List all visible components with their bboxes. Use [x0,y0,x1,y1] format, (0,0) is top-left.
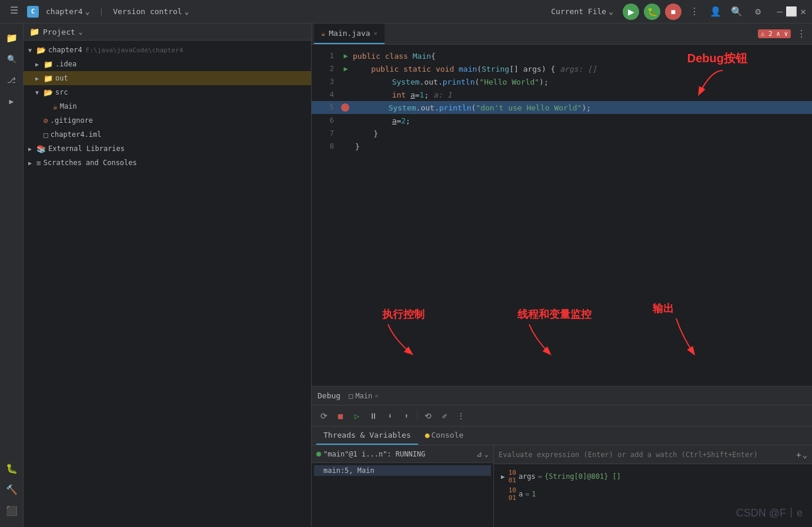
sidebar-item-run[interactable]: ▶ [2,92,21,110]
rerun-button[interactable]: ⟳ [316,408,332,424]
variable-row-a[interactable]: 1001 a = 1 [499,485,807,503]
run-config-selector[interactable]: Current File ⌄ [546,6,618,17]
tab-main-java[interactable]: ☕ Main.java ✕ [314,24,385,44]
settings-icon[interactable]: ⚙ [750,4,766,20]
version-control-chevron-icon: ⌄ [185,7,189,16]
tab-threads-variables[interactable]: Threads & Variables [316,427,418,445]
run-config-label: Current File [551,7,606,16]
more-actions-button[interactable]: ⋮ [686,4,703,20]
project-panel: 📁 Project ⌄ ▼ 📂 chapter4 F:\java\javaCod… [24,24,312,527]
var-a-value: 1 [532,490,536,498]
code-line-6: 6 a=2; [312,114,812,127]
project-panel-chevron-icon: ⌄ [79,28,83,36]
sidebar-item-project[interactable]: 📁 [2,28,21,47]
tree-item-iml[interactable]: ▶ □ chapter4.iml [24,127,311,142]
tab-console[interactable]: ● Console [418,427,471,445]
step-back-button[interactable]: ⟲ [420,408,436,424]
code-content-3: System.out.println("Hello World"); [355,78,549,86]
threads-variables-label: Threads & Variables [323,431,411,439]
code-line-3: 3 System.out.println("Hello World"); [312,75,812,88]
tree-item-root-label: chapter4 [48,46,82,54]
tree-item-iml-label: chapter4.iml [51,130,102,139]
thread-filter-icon[interactable]: ⊿ [476,450,482,458]
more-debug-button[interactable]: ⋮ [453,408,469,424]
tree-item-external-libs[interactable]: ▶ 📚 External Libraries [24,142,311,156]
stop-button[interactable]: ■ [665,4,681,20]
project-chevron-icon: ⌄ [85,7,90,16]
run-button[interactable]: ▶ [623,4,639,20]
watermark: CSDN @F丨e [736,506,803,520]
minimize-button[interactable]: — [776,8,784,16]
stop-debug-button[interactable]: ■ [333,408,348,424]
var-a-name: a [519,490,523,498]
var-args-type-icon: 1001 [509,469,516,484]
tree-item-idea[interactable]: ▶ 📁 .idea [24,57,311,71]
tab-more-icon[interactable]: ⋮ [793,26,810,42]
chevron-icon: ▼ [28,47,34,53]
hamburger-icon[interactable]: ☰ [5,1,24,20]
chevron-icon: ▶ [35,75,41,82]
tab-main-java-label: Main.java [329,29,370,38]
session-icon: □ [349,392,353,400]
maximize-button[interactable]: ⬜ [787,8,796,16]
console-label: Console [432,431,464,439]
project-name-button[interactable]: chapter4 ⌄ [42,6,93,17]
debug-arrow-2: ▶ [341,64,350,73]
stack-frame-row[interactable]: main:5, Main [314,465,491,476]
close-button[interactable]: ✕ [799,8,807,16]
step-out-button[interactable]: ⬆ [399,408,414,424]
settings-watch-icon[interactable]: ⌄ [803,450,807,459]
sidebar-item-build[interactable]: 🔨 [2,480,21,499]
code-editor[interactable]: 1 ▶ public class Main{ 2 ▶ public static… [312,45,812,386]
debug-session-tab[interactable]: □ Main ✕ [345,391,382,401]
search-icon[interactable]: 🔍 [729,4,745,20]
code-content-8: } [355,142,360,151]
line-num-3: 3 [316,78,334,86]
line-num-6: 6 [316,116,334,125]
tree-item-out[interactable]: ▶ 📁 out [24,71,311,85]
line-num-5: 5 [316,103,334,112]
window-controls: — ⬜ ✕ [776,8,807,16]
tree-item-scratches-label: Scratches and Consoles [44,159,137,167]
scratch-icon: ≡ [36,159,41,167]
line-num-1: 1 [316,52,334,60]
add-watch-icon[interactable]: + [796,450,801,459]
tree-item-root[interactable]: ▼ 📂 chapter4 F:\java\javaCode\chapter4 [24,43,311,57]
version-control-button[interactable]: Version control ⌄ [109,6,192,17]
titlebar-left: ☰ C chapter4 ⌄ | Version control ⌄ [5,1,193,22]
tree-item-gitignore[interactable]: ▶ ⊘ .gitignore [24,113,311,127]
resume-button[interactable]: ▷ [349,408,365,424]
debug-session-label: Main [355,392,372,400]
var-args-value: {String[0]@801} [] [544,472,621,481]
sidebar-item-debug[interactable]: 🐛 [2,459,21,478]
debug-arrow-8-empty [341,142,353,151]
line-num-2: 2 [316,65,334,73]
java-file-icon: ☕ [53,102,58,111]
tab-close-icon[interactable]: ✕ [374,30,377,36]
step-over-button[interactable]: ⬇ [382,408,397,424]
debug-content-tabs: Threads & Variables ● Console [312,427,812,445]
variable-row-args[interactable]: ▶ 1001 args = {String[0]@801} [] [499,468,807,485]
user-icon[interactable]: 👤 [707,4,724,20]
tree-item-scratches[interactable]: ▶ ≡ Scratches and Consoles [24,156,311,170]
var-expand-icon: ▶ [501,473,505,481]
evaluate-button[interactable]: ✐ [437,408,452,424]
code-line-8: 8 } [312,140,812,153]
sidebar-item-terminal[interactable]: ⬛ [2,501,21,520]
gitignore-icon: ⊘ [44,116,48,125]
folder-icon: 📂 [36,46,46,55]
debug-session-close-icon[interactable]: ✕ [375,392,378,399]
tab-java-icon: ☕ [321,29,325,38]
expression-input[interactable] [499,451,794,459]
pause-button[interactable]: ⏸ [366,408,381,424]
tree-item-main[interactable]: ▶ ☕ Main [24,99,311,113]
code-line-2: 2 ▶ public static void main(String[] arg… [312,62,812,75]
sidebar-item-vcs[interactable]: ⎇ [2,71,21,89]
tree-item-gitignore-label: .gitignore [51,116,93,125]
debug-button[interactable]: 🐛 [644,4,660,20]
code-line-1: 1 ▶ public class Main{ [312,49,812,62]
threads-subheader: "main"@1 i...n": RUNNING ⊿ ⌄ [312,445,493,463]
tree-item-src[interactable]: ▼ 📂 src [24,85,311,99]
sidebar-item-search[interactable]: 🔍 [2,49,21,68]
thread-expand-icon[interactable]: ⌄ [484,450,489,458]
